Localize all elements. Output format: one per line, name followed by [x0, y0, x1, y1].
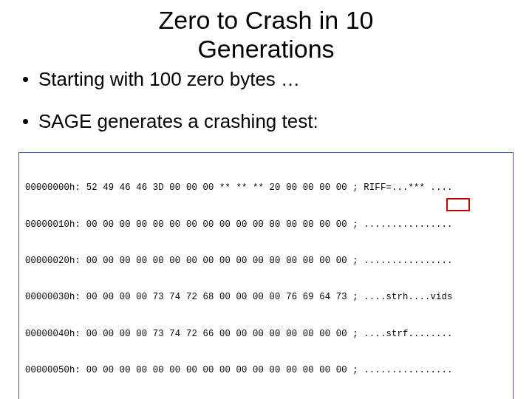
- hex-dump: 00000000h: 52 49 46 46 3D 00 00 00 ** **…: [18, 152, 514, 399]
- hex-row: 00000030h: 00 00 00 00 73 74 72 68 00 00…: [25, 291, 507, 303]
- title-line-2: Generations: [197, 35, 334, 63]
- hex-row: 00000050h: 00 00 00 00 00 00 00 00 00 00…: [25, 364, 507, 376]
- slide-title: Zero to Crash in 10 Generations: [44, 6, 488, 64]
- title-line-1: Zero to Crash in 10: [158, 6, 373, 34]
- bullet-item-1: Starting with 100 zero bytes …: [22, 68, 517, 91]
- hex-row: 00000000h: 52 49 46 46 3D 00 00 00 ** **…: [25, 182, 507, 194]
- hex-row: 00000010h: 00 00 00 00 00 00 00 00 00 00…: [25, 219, 507, 231]
- bullet-list: Starting with 100 zero bytes … SAGE gene…: [22, 68, 517, 133]
- slide: Zero to Crash in 10 Generations Starting…: [0, 0, 532, 399]
- hex-row: 00000020h: 00 00 00 00 00 00 00 00 00 00…: [25, 255, 507, 267]
- bullet-item-2: SAGE generates a crashing test:: [22, 110, 517, 133]
- hex-row: 00000040h: 00 00 00 00 73 74 72 66 00 00…: [25, 328, 507, 340]
- highlight-rectangle: [446, 198, 470, 211]
